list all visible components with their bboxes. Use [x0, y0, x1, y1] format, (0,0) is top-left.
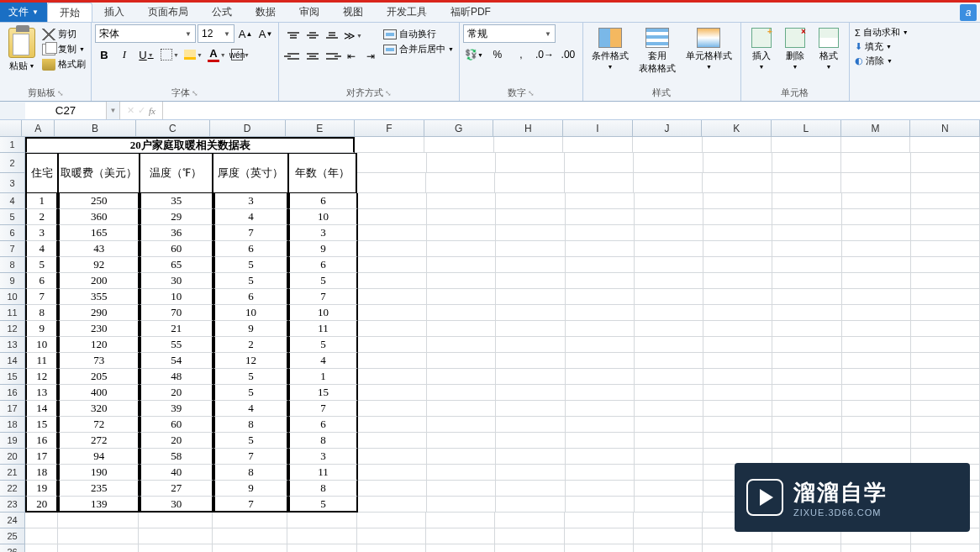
select-all-corner[interactable] — [0, 120, 22, 136]
cell[interactable] — [496, 225, 565, 241]
file-menu[interactable]: 文件▼ — [0, 3, 47, 22]
cell[interactable]: 60 — [140, 241, 213, 257]
row-header[interactable]: 10 — [0, 289, 25, 305]
cell[interactable] — [772, 433, 841, 449]
cell[interactable] — [911, 241, 980, 257]
underline-button[interactable]: U▼ — [135, 45, 157, 64]
align-middle-button[interactable] — [303, 26, 322, 45]
bold-button[interactable]: B — [95, 45, 113, 64]
cell[interactable]: 15 — [25, 417, 58, 433]
cell[interactable]: 13 — [25, 385, 58, 401]
cell[interactable] — [426, 173, 495, 193]
cut-button[interactable]: 剪切 — [42, 28, 86, 40]
cell[interactable] — [841, 544, 910, 552]
fill-color-button[interactable]: ▼ — [182, 45, 204, 64]
cell[interactable]: 10 — [288, 305, 358, 321]
cell[interactable] — [635, 369, 703, 385]
cell[interactable]: 8 — [213, 417, 289, 433]
conditional-format-button[interactable]: 条件格式▼ — [587, 24, 634, 73]
cell[interactable] — [358, 241, 427, 257]
cell[interactable]: 6 — [288, 257, 358, 273]
cell[interactable]: 3 — [25, 225, 58, 241]
cell[interactable] — [566, 433, 635, 449]
cell[interactable] — [427, 353, 496, 369]
cell[interactable] — [358, 481, 427, 497]
cell[interactable] — [772, 321, 841, 337]
cell[interactable] — [496, 449, 565, 465]
cell[interactable] — [566, 193, 635, 209]
tab-insert[interactable]: 插入 — [92, 3, 136, 22]
cell[interactable] — [635, 209, 703, 225]
cell[interactable]: 20 — [25, 497, 58, 513]
cell[interactable] — [58, 513, 139, 528]
cell[interactable] — [355, 137, 424, 153]
column-header[interactable]: N — [910, 120, 980, 136]
font-color-button[interactable]: A▼ — [206, 45, 228, 64]
cell[interactable] — [565, 513, 634, 528]
cell[interactable]: 65 — [140, 257, 213, 273]
cell[interactable] — [772, 417, 841, 433]
cell[interactable]: 20 — [140, 433, 213, 449]
cell[interactable]: 48 — [140, 369, 213, 385]
cell[interactable] — [427, 497, 496, 513]
italic-button[interactable]: I — [115, 45, 134, 64]
cell[interactable] — [566, 225, 635, 241]
row-header[interactable]: 26 — [0, 544, 25, 552]
column-header[interactable]: F — [355, 120, 424, 136]
cell[interactable] — [139, 544, 213, 552]
cell[interactable] — [287, 544, 356, 552]
cell[interactable]: 11 — [288, 465, 358, 481]
cell[interactable] — [427, 433, 496, 449]
increase-font-button[interactable]: A▲ — [236, 24, 255, 43]
cell[interactable] — [566, 417, 635, 433]
cell[interactable] — [703, 385, 772, 401]
cell[interactable]: 7 — [288, 289, 358, 305]
cell[interactable] — [635, 225, 703, 241]
cell[interactable]: 5 — [213, 369, 289, 385]
cell[interactable]: 94 — [58, 449, 139, 465]
column-header[interactable]: G — [424, 120, 494, 136]
cell[interactable]: 6 — [288, 417, 358, 433]
cell[interactable] — [358, 385, 427, 401]
cell[interactable]: 4 — [288, 353, 358, 369]
cell[interactable] — [634, 513, 703, 528]
cell[interactable] — [911, 385, 980, 401]
format-painter-button[interactable]: 格式刷 — [42, 58, 86, 71]
cell[interactable] — [842, 417, 911, 433]
cell[interactable] — [213, 528, 287, 544]
cell[interactable] — [703, 225, 772, 241]
indent-increase-button[interactable]: ⇥ — [361, 47, 380, 66]
cell[interactable] — [703, 353, 772, 369]
cell[interactable]: 5 — [213, 385, 289, 401]
cell[interactable]: 5 — [213, 257, 289, 273]
cell[interactable] — [496, 241, 565, 257]
cell[interactable] — [139, 513, 213, 528]
cell[interactable]: 54 — [140, 353, 213, 369]
cell[interactable]: 10 — [25, 337, 58, 353]
column-header[interactable]: K — [702, 120, 772, 136]
cell[interactable]: 320 — [58, 401, 139, 417]
cell[interactable] — [563, 137, 633, 153]
row-header[interactable]: 19 — [0, 433, 25, 449]
cell[interactable] — [566, 465, 635, 481]
cell[interactable]: 7 — [213, 497, 289, 513]
cell[interactable]: 厚度（英寸） — [213, 153, 287, 193]
cell[interactable] — [911, 153, 980, 173]
cell[interactable] — [911, 353, 980, 369]
cell[interactable] — [566, 497, 635, 513]
insert-cells-button[interactable]: 插入▼ — [745, 24, 778, 73]
cell[interactable]: 30 — [140, 273, 213, 289]
tab-formula[interactable]: 公式 — [200, 3, 244, 22]
row-header[interactable]: 12 — [0, 321, 25, 337]
cell[interactable] — [911, 305, 980, 321]
border-button[interactable]: ▼ — [159, 45, 181, 64]
row-header[interactable]: 15 — [0, 369, 25, 385]
cell[interactable]: 2 — [25, 209, 58, 225]
row-header[interactable]: 18 — [0, 417, 25, 433]
row-header[interactable]: 1 — [0, 137, 25, 153]
cell[interactable] — [703, 401, 772, 417]
row-header[interactable]: 9 — [0, 273, 25, 289]
pinyin-button[interactable]: wén▼ — [229, 45, 251, 64]
cell[interactable] — [427, 385, 496, 401]
cell[interactable]: 92 — [58, 257, 139, 273]
